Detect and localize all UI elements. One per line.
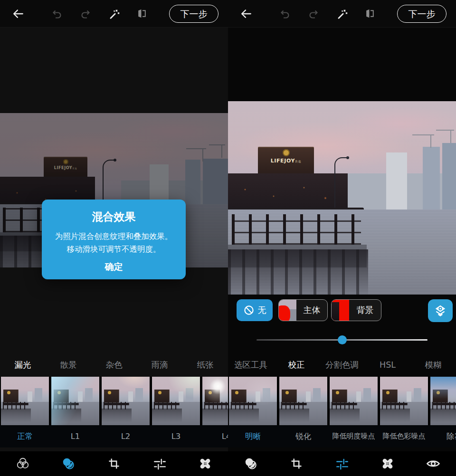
category-tabs: 漏光 散景 杂色 雨滴 纸张	[0, 352, 228, 377]
redo-icon	[308, 8, 319, 19]
thumb-reflection	[330, 409, 360, 422]
adjust-sliders-icon	[335, 457, 349, 471]
correction-thumb-clarity[interactable]	[229, 377, 277, 425]
correction-thumb-luminance-noise[interactable]	[330, 377, 378, 425]
crop-icon	[107, 457, 121, 470]
filter-thumb-l3[interactable]	[152, 377, 200, 425]
mask-option-background[interactable]: 背景	[331, 299, 381, 321]
top-bar: 下一步	[0, 0, 228, 28]
photo-pier-structure	[228, 173, 348, 209]
adjust-sliders-icon	[152, 457, 167, 471]
filter-thumb-normal[interactable]	[1, 377, 49, 425]
blend-tool-button[interactable]	[228, 451, 274, 476]
tab-raindrop[interactable]: 雨滴	[137, 352, 182, 377]
tab-light-leak[interactable]: 漏光	[0, 352, 46, 377]
blend-tool-button[interactable]	[46, 451, 91, 476]
filters-venn-icon	[16, 457, 30, 471]
effect-overlay	[430, 377, 456, 425]
back-button[interactable]	[236, 3, 256, 24]
category-tabs: 选区工具 校正 分割色调 HSL 模糊	[228, 352, 456, 377]
heal-tool-button[interactable]	[182, 451, 228, 476]
heal-bandaid-icon	[198, 457, 212, 471]
back-arrow-icon	[240, 8, 252, 20]
dialog-confirm-button[interactable]: 确定	[102, 260, 126, 274]
correction-label-color-noise[interactable]: 降低色彩噪点	[380, 432, 428, 441]
auto-enhance-button[interactable]	[104, 3, 124, 24]
blend-circles-icon	[244, 457, 258, 471]
photo-crane	[436, 130, 454, 144]
light-leak-overlay	[102, 377, 150, 425]
mask-option-none[interactable]: 无	[237, 299, 273, 321]
redo-button[interactable]	[75, 3, 96, 24]
crop-tool-button[interactable]	[91, 451, 137, 476]
filters-tool-button[interactable]	[0, 451, 46, 476]
tab-hsl[interactable]: HSL	[365, 352, 410, 377]
tab-blur[interactable]: 模糊	[410, 352, 456, 377]
undo-button[interactable]	[47, 3, 67, 24]
subject-mask-thumb	[279, 300, 296, 321]
correction-label-clarity[interactable]: 明晰	[229, 431, 277, 442]
no-entry-icon	[243, 305, 255, 316]
photo-lamp-post	[334, 157, 348, 210]
mask-option-subject[interactable]: 主体	[278, 299, 328, 321]
correction-label-sharpen[interactable]: 锐化	[279, 431, 327, 442]
filter-label-l3[interactable]: L3	[152, 432, 200, 441]
magic-wand-icon	[336, 8, 348, 20]
mask-option-label: 主体	[296, 305, 327, 316]
back-button[interactable]	[8, 3, 28, 24]
tab-correction[interactable]: 校正	[274, 352, 319, 377]
compare-split-icon	[136, 8, 148, 19]
opacity-slider[interactable]	[228, 333, 456, 346]
tab-paper[interactable]: 纸张	[182, 352, 228, 377]
correction-thumb-sharpen[interactable]	[279, 377, 327, 425]
background-mask-thumb	[332, 300, 349, 321]
slider-thumb[interactable]	[338, 335, 347, 344]
compare-button[interactable]	[359, 3, 380, 24]
light-leak-overlay	[152, 377, 200, 425]
correction-label-luminance-noise[interactable]: 降低明度噪点	[330, 432, 378, 441]
correction-thumb-color-noise[interactable]	[380, 377, 428, 425]
mask-selector-row: 无 主体 背景	[228, 298, 456, 323]
tab-selection-tools[interactable]: 选区工具	[228, 352, 274, 377]
mask-option-label: 无	[258, 305, 266, 316]
filter-labels: 明晰 锐化 降低明度噪点 降低色彩噪点 除雾	[228, 425, 456, 447]
heal-tool-button[interactable]	[365, 451, 410, 476]
undo-icon	[51, 8, 63, 19]
tab-noise[interactable]: 杂色	[91, 352, 137, 377]
crop-tool-button[interactable]	[274, 451, 319, 476]
crop-icon	[290, 457, 303, 470]
filter-label-l4[interactable]: L4	[202, 432, 228, 441]
adjust-tool-button[interactable]	[137, 451, 182, 476]
tab-split-tone[interactable]: 分割色调	[319, 352, 365, 377]
filter-label-normal[interactable]: 正常	[1, 431, 49, 442]
correction-label-dehaze[interactable]: 除雾	[430, 431, 456, 442]
heal-bandaid-icon	[380, 457, 395, 471]
undo-button[interactable]	[275, 3, 295, 24]
photo-reflection	[228, 249, 368, 295]
filter-thumb-l1[interactable]	[51, 377, 99, 425]
next-step-button[interactable]: 下一步	[169, 5, 218, 23]
preview-tool-button[interactable]	[410, 451, 456, 476]
filter-label-l2[interactable]: L2	[102, 432, 150, 441]
next-step-button[interactable]: 下一步	[397, 5, 446, 23]
left-screen: 下一步 LIFEJOY良造 混合效果 为照	[0, 0, 228, 476]
blend-circles-icon	[61, 457, 76, 471]
compare-split-icon	[364, 8, 376, 19]
filter-thumb-l2[interactable]	[102, 377, 150, 425]
adjust-tool-button[interactable]	[319, 451, 365, 476]
redo-icon	[80, 8, 91, 19]
tab-bokeh[interactable]: 散景	[46, 352, 91, 377]
auto-enhance-button[interactable]	[332, 3, 352, 24]
filter-label-l1[interactable]: L1	[51, 432, 99, 441]
correction-thumb-dehaze[interactable]	[430, 377, 456, 425]
photo-canvas[interactable]: LIFEJOY良造	[228, 101, 456, 295]
eye-icon	[426, 457, 440, 471]
redo-button[interactable]	[303, 3, 324, 24]
thumb-reflection	[279, 409, 309, 422]
magic-wand-icon	[108, 8, 120, 20]
thumb-reflection	[380, 409, 410, 422]
filter-thumb-l4[interactable]	[202, 377, 228, 425]
compare-button[interactable]	[131, 3, 152, 24]
show-mask-button[interactable]	[428, 299, 453, 322]
thumb-reflection	[1, 409, 31, 422]
